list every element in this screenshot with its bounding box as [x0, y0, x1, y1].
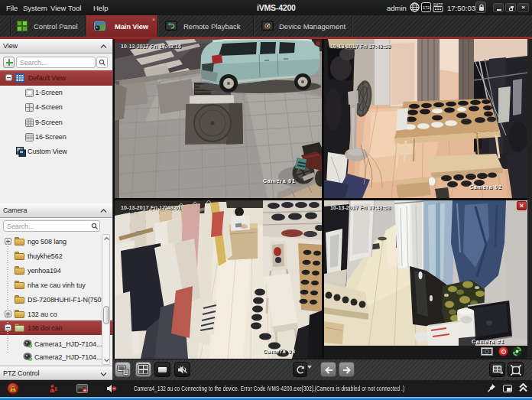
- svg-text:172: 172: [423, 5, 430, 10]
